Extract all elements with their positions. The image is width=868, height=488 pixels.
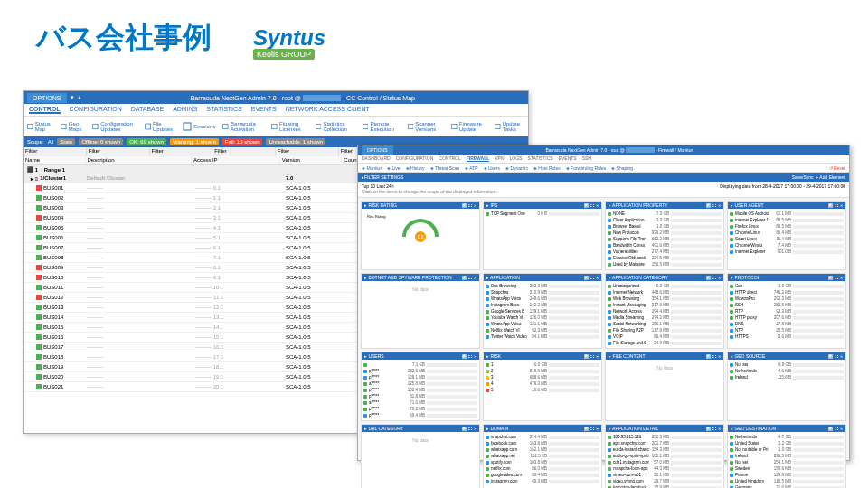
list-item[interactable]: Supports File Tran662.2 MB	[608, 236, 722, 242]
filter-input[interactable]: Filter	[276, 147, 339, 156]
chart-icon[interactable]: 📊	[462, 427, 467, 431]
card-header[interactable]: ▸ GEO SOURCE📊⛶✕	[728, 352, 845, 360]
tool-statistics-collection[interactable]: Statistics Collection	[316, 121, 355, 132]
subtool-live[interactable]: ◈ Live	[387, 165, 401, 171]
card-header[interactable]: ▸ URL CATEGORY📊⛶✕	[362, 425, 479, 432]
list-item[interactable]: Ireland636.5 MB	[730, 453, 844, 459]
card-header[interactable]: ▸ APPLICATION📊⛶✕	[484, 274, 601, 281]
list-item[interactable]: audio-gp-spris-spoti102.1 MB	[608, 453, 722, 459]
filter-input[interactable]: Filter	[212, 147, 276, 156]
tab-control[interactable]: CONTROL	[439, 155, 460, 162]
card-header[interactable]: ▸ FILE CONTENT📊⛶✕	[606, 352, 723, 360]
expand-icon[interactable]: ⛶	[590, 354, 594, 359]
expand-icon[interactable]: ⛶	[712, 276, 716, 280]
expand-icon[interactable]: ⛶	[468, 354, 472, 359]
list-item[interactable]: whatsapp.net161.5 KB	[486, 453, 599, 459]
close-icon[interactable]: ✕	[474, 354, 476, 359]
expand-icon[interactable]: ⛶	[835, 203, 838, 208]
list-item[interactable]: Ireland115.6 B	[730, 374, 844, 380]
list-item[interactable]: France129.8 MB	[730, 472, 844, 478]
list-item[interactable]: Internet Explorer 188.5 MB	[730, 217, 844, 223]
list-item[interactable]: United States1.2 GB	[730, 440, 844, 446]
list-item[interactable]: Firefox Linux66.5 MB	[730, 223, 844, 230]
scope-unreach[interactable]: Unreachable: 1 shown	[266, 138, 326, 145]
list-item[interactable]: Germany31.6 MB	[730, 484, 844, 488]
expand-icon[interactable]: ⛶	[712, 354, 716, 359]
list-item[interactable]: Sweden150.6 MB	[730, 465, 844, 472]
chart-icon[interactable]: 📊	[828, 203, 833, 208]
list-item[interactable]: NONE7.0 GB	[608, 211, 722, 217]
subtool-monitor[interactable]: ◈ Monitor	[362, 165, 382, 171]
tab-events[interactable]: EVENTS	[251, 106, 277, 114]
expand-icon[interactable]: ⛶	[590, 427, 594, 431]
list-item[interactable]: Youtube Watch Vi126.0 MB	[486, 314, 599, 321]
chart-icon[interactable]: 📊	[584, 203, 589, 208]
list-item[interactable]: p*****102.4 MB	[363, 387, 477, 393]
list-item[interactable]: NTP25.5 MB	[730, 327, 844, 333]
card-header[interactable]: ▸ RISK📊⛶✕	[484, 352, 601, 360]
list-item[interactable]: Evasive/Obfuscati224.5 MB	[608, 255, 722, 261]
save-sync-button[interactable]: Save/Sync	[792, 174, 814, 180]
subtool-host-rules[interactable]: ◈ Host Rules	[533, 165, 561, 171]
chart-icon[interactable]: 📊	[706, 354, 711, 359]
expand-icon[interactable]: ⛶	[712, 203, 716, 208]
list-item[interactable]: Internet Explorer901.0 B	[730, 249, 844, 255]
list-item[interactable]: Browser Based1.0 GB	[608, 223, 722, 230]
col-header[interactable]: Description	[86, 156, 192, 164]
subtool-dynamic[interactable]: ◈ Dynamic	[505, 165, 528, 171]
list-item[interactable]: Dns Browsing363.3 MB	[486, 283, 599, 289]
list-item[interactable]: Snapchat310.9 MB	[486, 289, 599, 296]
card-header[interactable]: ▸ IPS📊⛶✕	[484, 202, 601, 209]
tab-admins[interactable]: ADMINS	[173, 106, 197, 114]
list-item[interactable]: Bandwidth Consu491.6 MB	[608, 242, 722, 249]
list-item[interactable]: Con1.0 GB	[730, 283, 844, 289]
close-icon[interactable]: ✕	[596, 203, 599, 208]
list-item[interactable]: cdn1.instagram.com57.0 MB	[608, 459, 722, 465]
reset-button[interactable]: ↺ Reset	[829, 165, 845, 171]
close-icon[interactable]: ✕	[596, 427, 599, 431]
chart-icon[interactable]: 📊	[462, 203, 467, 208]
subtool-shaping[interactable]: ◈ Shaping	[611, 165, 633, 171]
card-header[interactable]: ▸ DOMAIN📊⛶✕	[484, 425, 601, 432]
list-item[interactable]: spotify.com103.8 MB	[486, 459, 599, 465]
tool-floating-licenses[interactable]: Floating Licenses	[271, 121, 307, 132]
close-icon[interactable]: ✕	[596, 354, 599, 359]
list-item[interactable]: 4476.3 MB	[486, 380, 599, 387]
options-button[interactable]: OPTIONS	[27, 93, 67, 103]
close-icon[interactable]: ✕	[718, 354, 721, 359]
tab-logs[interactable]: LOGS	[510, 155, 523, 162]
chart-icon[interactable]: 📊	[584, 427, 589, 431]
list-item[interactable]: Netherlands4.7 GB	[730, 434, 844, 440]
card-header[interactable]: ▸ APPLICATION CATEGORY📊⛶✕	[606, 274, 723, 281]
list-item[interactable]: Chrome Windo7.4 MB	[730, 242, 844, 249]
list-item[interactable]: p*****70.2 MB	[363, 406, 477, 412]
tab-events[interactable]: EVENTS	[559, 155, 577, 162]
subtool-atp[interactable]: ◈ ATP	[465, 165, 477, 171]
filter-input[interactable]: Filter	[87, 147, 150, 156]
tool-status-map[interactable]: Status Map	[27, 121, 53, 132]
subtool-users[interactable]: ◈ Users	[484, 165, 500, 171]
chart-icon[interactable]: 📊	[462, 354, 467, 359]
close-icon[interactable]: ✕	[840, 203, 843, 208]
list-item[interactable]: Network Access294.4 MB	[608, 308, 722, 314]
list-item[interactable]: United Kingdom115.5 MB	[730, 478, 844, 484]
list-item[interactable]: Instant Messaging317.6 MB	[608, 302, 722, 308]
list-item[interactable]: Netherlands4.6 MB	[730, 368, 844, 374]
list-item[interactable]: 3688.6 MB	[486, 374, 599, 380]
close-icon[interactable]: ✕	[840, 354, 843, 359]
close-icon[interactable]: ✕	[474, 427, 476, 431]
list-item[interactable]: File Storage and S24.9 MB	[608, 340, 722, 346]
chart-icon[interactable]: 📊	[706, 203, 711, 208]
chart-icon[interactable]: 📊	[828, 427, 833, 431]
list-item[interactable]: Vulnerabilities277.4 MB	[608, 249, 722, 255]
card-header[interactable]: ▸ RISK RATING📊⛶✕	[362, 202, 479, 209]
expand-icon[interactable]: ⛶	[468, 427, 472, 431]
close-icon[interactable]: ✕	[840, 427, 843, 431]
subtool-threat-scan[interactable]: ◈ Threat Scan	[430, 165, 460, 171]
chart-icon[interactable]: 📊	[462, 276, 467, 280]
card-header[interactable]: ▸ BOTNET AND SPYWARE PROTECTION📊⛶✕	[362, 274, 479, 281]
tab-control[interactable]: CONTROL	[29, 106, 61, 114]
chart-icon[interactable]: 📊	[584, 276, 589, 280]
list-item[interactable]: netflix.com86.0 MB	[486, 465, 599, 472]
list-item[interactable]: File Sharing P2P117.9 MB	[608, 327, 722, 333]
